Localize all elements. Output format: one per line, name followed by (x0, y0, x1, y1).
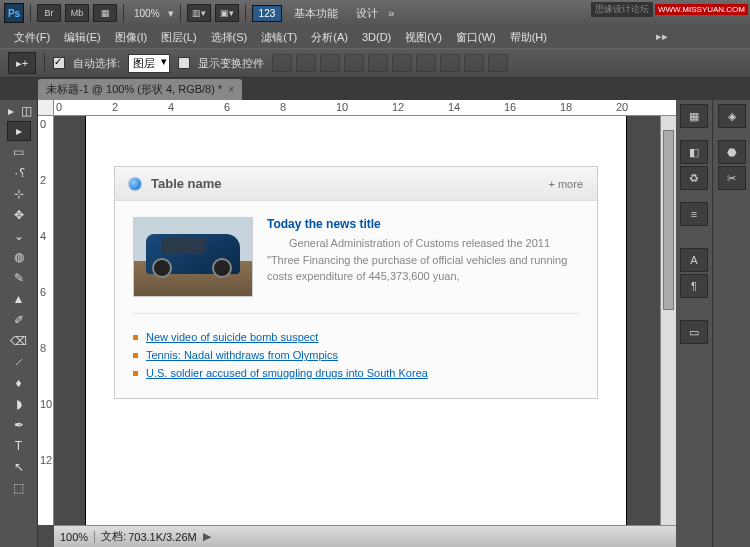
tool-dodge[interactable]: ◗ (7, 394, 31, 414)
auto-select-dropdown[interactable]: 图层 (128, 54, 170, 73)
menu-3d[interactable]: 3D(D) (356, 29, 397, 45)
canvas-area: 02468101214161820 024681012 Table name +… (38, 100, 676, 547)
workspace-design[interactable]: 设计 (350, 6, 384, 21)
tool-type[interactable]: T (7, 436, 31, 456)
scroll-thumb[interactable] (663, 130, 674, 310)
bridge-button[interactable]: Br (37, 4, 61, 22)
zoom-dropdown-icon[interactable]: ▾ (168, 7, 174, 20)
tool-wand[interactable]: ⊹ (7, 184, 31, 204)
menu-layer[interactable]: 图层(L) (155, 28, 202, 47)
workspace-more-icon[interactable]: » (388, 7, 394, 19)
tool-blur[interactable]: ♦ (7, 373, 31, 393)
menu-window[interactable]: 窗口(W) (450, 28, 502, 47)
menu-help[interactable]: 帮助(H) (504, 28, 553, 47)
workspace-basic[interactable]: 基本功能 (286, 6, 346, 21)
menu-image[interactable]: 图像(I) (109, 28, 153, 47)
news-card: Table name + more Today the news title G… (114, 166, 598, 399)
scrollbar-vertical[interactable] (660, 116, 676, 525)
move-tool-preset-icon[interactable]: ▸+ (8, 52, 36, 74)
panel-properties-icon[interactable]: ≡ (680, 202, 708, 226)
news-title[interactable]: Today the news title (267, 217, 579, 231)
panel-layers-icon[interactable]: ▭ (680, 320, 708, 344)
news-thumbnail (133, 217, 253, 297)
ruler-origin[interactable] (38, 100, 54, 116)
menu-select[interactable]: 选择(S) (205, 28, 254, 47)
tool-crop[interactable]: ✥ (7, 205, 31, 225)
news-link-list: New video of suicide bomb suspect Tennis… (133, 314, 579, 382)
document-tab-bar: 未标题-1 @ 100% (形状 4, RGB/8) * × (0, 78, 750, 100)
canvas-viewport[interactable]: Table name + more Today the news title G… (54, 116, 660, 525)
cs-live-button[interactable]: 123 (252, 5, 283, 22)
show-transform-label: 显示变换控件 (198, 56, 264, 71)
tool-stamp[interactable]: ▲ (7, 289, 31, 309)
panel-color-icon[interactable]: ▦ (680, 104, 708, 128)
panel-collapse-icon[interactable]: ▸▸ (656, 30, 668, 43)
panel-history-icon[interactable]: ♻ (680, 166, 708, 190)
options-bar: ▸+ 自动选择: 图层 显示变换控件 ▸▸ (0, 48, 750, 78)
menu-bar: 文件(F) 编辑(E) 图像(I) 图层(L) 选择(S) 滤镜(T) 分析(A… (0, 26, 750, 48)
news-link[interactable]: U.S. soldier accused of smuggling drugs … (146, 367, 428, 379)
bullet-square-icon (133, 371, 138, 376)
show-transform-checkbox[interactable] (178, 57, 190, 69)
featured-news: Today the news title General Administrat… (133, 217, 579, 314)
panel-character-icon[interactable]: A (680, 248, 708, 272)
arrange-docs-button[interactable]: ▥▾ (187, 4, 211, 22)
ruler-vertical[interactable]: 024681012 (38, 116, 54, 525)
bullet-square-icon (133, 335, 138, 340)
card-title: Table name (151, 176, 222, 191)
tool-path[interactable]: ↖ (7, 457, 31, 477)
tool-history[interactable]: ✐ (7, 310, 31, 330)
tool-eyedropper[interactable]: ⌄ (7, 226, 31, 246)
artboard: Table name + more Today the news title G… (86, 116, 626, 525)
card-header: Table name + more (115, 167, 597, 201)
news-link[interactable]: New video of suicide bomb suspect (146, 331, 318, 343)
document-tab-title: 未标题-1 @ 100% (形状 4, RGB/8) * (46, 82, 222, 97)
ps-logo-icon: Ps (4, 3, 24, 23)
close-tab-icon[interactable]: × (228, 84, 234, 95)
menu-edit[interactable]: 编辑(E) (58, 28, 107, 47)
news-excerpt: General Administration of Customs releas… (267, 235, 579, 285)
more-link[interactable]: + more (548, 178, 583, 190)
list-item: New video of suicide bomb suspect (133, 328, 579, 346)
status-doc-size: 703.1K/3.26M (128, 531, 197, 543)
tool-shape[interactable]: ⬚ (7, 478, 31, 498)
auto-select-checkbox[interactable] (53, 57, 65, 69)
status-zoom[interactable]: 100% (54, 531, 95, 543)
tool-marquee[interactable]: ▭ (7, 142, 31, 162)
panel-swatches-icon[interactable]: ◧ (680, 140, 708, 164)
status-doc-label: 文档: (95, 529, 128, 544)
app-bar: Ps Br Mb ▦ 100% ▾ ▥▾ ▣▾ 123 基本功能 设计 » 思缘… (0, 0, 750, 26)
tool-move[interactable]: ▸ (7, 121, 31, 141)
panel-paragraph-icon[interactable]: ¶ (680, 274, 708, 298)
tool-eraser[interactable]: ⌫ (7, 331, 31, 351)
tool-artboard-icon[interactable]: ◫ (19, 102, 35, 120)
watermark: 思缘设计论坛 WWW.MISSYUAN.COM (591, 2, 748, 17)
news-link[interactable]: Tennis: Nadal withdraws from Olympics (146, 349, 338, 361)
document-tab[interactable]: 未标题-1 @ 100% (形状 4, RGB/8) * × (38, 79, 242, 100)
zoom-level[interactable]: 100% (130, 8, 164, 19)
minibridge-button[interactable]: Mb (65, 4, 89, 22)
tool-lasso[interactable]: ۰؟ (7, 163, 31, 183)
tool-arrow-icon[interactable]: ▸ (3, 102, 19, 120)
toolbox: ▸◫ ▸ ▭ ۰؟ ⊹ ✥ ⌄ ◍ ✎ ▲ ✐ ⌫ ⟋ ♦ ◗ ✒ T ↖ ⬚ (0, 100, 38, 547)
panel-styles-icon[interactable]: ⬣ (718, 140, 746, 164)
screen-mode-button[interactable]: ▣▾ (215, 4, 239, 22)
ruler-horizontal[interactable]: 02468101214161820 (54, 100, 676, 116)
auto-select-label: 自动选择: (73, 56, 120, 71)
status-arrow-icon[interactable]: ▶ (197, 530, 217, 543)
menu-analysis[interactable]: 分析(A) (305, 28, 354, 47)
tool-brush[interactable]: ✎ (7, 268, 31, 288)
view-extras-button[interactable]: ▦ (93, 4, 117, 22)
menu-filter[interactable]: 滤镜(T) (255, 28, 303, 47)
tool-healing[interactable]: ◍ (7, 247, 31, 267)
menu-file[interactable]: 文件(F) (8, 28, 56, 47)
status-bar: 100% 文档: 703.1K/3.26M ▶ (54, 525, 676, 547)
panel-navigator-icon[interactable]: ◈ (718, 104, 746, 128)
align-buttons-disabled (272, 54, 508, 72)
bullet-icon (129, 178, 141, 190)
panel-scissors-icon[interactable]: ✂ (718, 166, 746, 190)
list-item: Tennis: Nadal withdraws from Olympics (133, 346, 579, 364)
tool-gradient[interactable]: ⟋ (7, 352, 31, 372)
tool-pen[interactable]: ✒ (7, 415, 31, 435)
menu-view[interactable]: 视图(V) (399, 28, 448, 47)
